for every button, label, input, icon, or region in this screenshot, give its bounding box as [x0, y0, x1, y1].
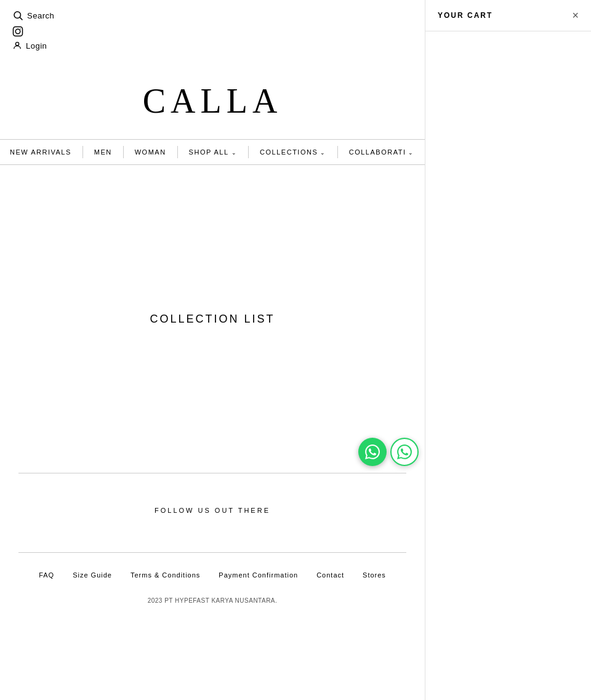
- svg-point-5: [15, 42, 18, 46]
- nav-item-collaborations[interactable]: COLLABORATI ⌄: [338, 146, 426, 158]
- brand-logo[interactable]: CALLA: [143, 82, 283, 120]
- instagram-icon[interactable]: [12, 26, 23, 37]
- login-button[interactable]: Login: [12, 41, 54, 50]
- follow-text: FOLLOW US OUT THERE: [155, 507, 270, 514]
- whatsapp-button-2[interactable]: [390, 438, 419, 466]
- footer-nav: FAQ Size Guide Terms & Conditions Paymen…: [0, 553, 425, 597]
- login-label: Login: [26, 41, 47, 50]
- chevron-down-icon: ⌄: [408, 150, 414, 156]
- footer-link-terms[interactable]: Terms & Conditions: [131, 571, 200, 579]
- whatsapp-buttons: [358, 438, 419, 466]
- search-button[interactable]: Search: [12, 10, 54, 21]
- chevron-down-icon: ⌄: [231, 150, 238, 156]
- footer-link-payment[interactable]: Payment Confirmation: [219, 571, 298, 579]
- svg-point-4: [20, 28, 21, 30]
- footer-link-contact[interactable]: Contact: [316, 571, 344, 579]
- svg-rect-2: [14, 27, 23, 36]
- footer-copyright: 2023 PT HYPEFAST KARYA NUSANTARA.: [0, 597, 425, 622]
- nav-item-woman[interactable]: WOMAN: [124, 146, 178, 158]
- collection-list-title: COLLECTION LIST: [150, 313, 275, 326]
- cart-close-button[interactable]: ×: [572, 10, 579, 21]
- follow-section: FOLLOW US OUT THERE: [0, 473, 425, 552]
- cart-header: YOUR CART ×: [425, 0, 591, 31]
- nav-bar: NEW ARRIVALS MEN WOMAN SHOP ALL ⌄ COLLEC…: [0, 139, 425, 165]
- svg-point-3: [15, 29, 20, 34]
- cart-panel: YOUR CART ×: [425, 0, 591, 700]
- user-icon: [12, 41, 22, 50]
- whatsapp-icon-1: [365, 445, 380, 459]
- search-label: Search: [27, 11, 54, 20]
- main-content: COLLECTION LIST: [0, 165, 425, 473]
- svg-line-1: [20, 17, 22, 20]
- nav-item-shop-all[interactable]: SHOP ALL ⌄: [178, 146, 249, 158]
- footer-link-stores[interactable]: Stores: [363, 571, 386, 579]
- svg-point-0: [14, 12, 21, 18]
- footer-link-faq[interactable]: FAQ: [39, 571, 54, 579]
- whatsapp-icon-2: [397, 445, 412, 459]
- nav-item-collections[interactable]: COLLECTIONS ⌄: [249, 146, 338, 158]
- footer-link-size-guide[interactable]: Size Guide: [73, 571, 112, 579]
- nav-item-new-arrivals[interactable]: NEW ARRIVALS: [0, 146, 83, 158]
- nav-item-men[interactable]: MEN: [83, 146, 124, 158]
- cart-title: YOUR CART: [438, 11, 492, 20]
- brand-logo-container: CALLA: [0, 50, 425, 139]
- whatsapp-button-1[interactable]: [358, 438, 387, 466]
- search-icon: [12, 10, 23, 21]
- chevron-down-icon: ⌄: [320, 150, 326, 156]
